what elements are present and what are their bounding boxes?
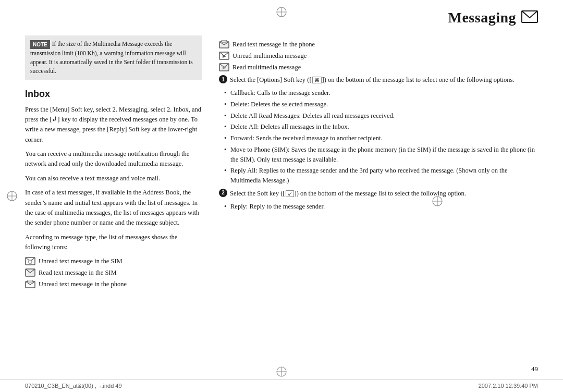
bullet-item: Delete All: Deletes all messages in the … bbox=[224, 122, 538, 132]
inbox-para-5: According to message type, the list of m… bbox=[25, 232, 202, 253]
svg-rect-10 bbox=[222, 40, 227, 42]
svg-rect-8 bbox=[28, 280, 33, 282]
list-item-text: Read text message in the phone bbox=[232, 40, 315, 50]
compass-left-icon bbox=[6, 190, 18, 202]
mail-icon bbox=[521, 10, 538, 25]
note-text: If the size of the Multimedia Message ex… bbox=[30, 41, 193, 74]
option1-item: 1 Select the [Options] Soft key ([⌘]) on… bbox=[219, 75, 538, 85]
footer-left: 070210_C3B_EN_at&t(00) , ¬.indd 49 bbox=[25, 383, 122, 389]
right-column: Read text message in the phone Unread mu… bbox=[219, 33, 538, 291]
bullet-item: Reply: Reply to the message sender. bbox=[224, 202, 538, 212]
bullet-list-1: Callback: Calls to the message sender. D… bbox=[224, 88, 538, 186]
list-item-text: Unread text message in the SIM bbox=[39, 256, 123, 266]
compass-top-icon bbox=[276, 6, 287, 18]
list-item: Read text message in the phone bbox=[219, 40, 538, 50]
inbox-para-1: Press the [Menu] Soft key, select 2. Mes… bbox=[25, 105, 202, 145]
svg-rect-5 bbox=[29, 260, 32, 263]
bullet-item: Move to Phone (SIM): Saves the message i… bbox=[224, 145, 538, 165]
page-number: 49 bbox=[531, 365, 538, 373]
read-multimedia-icon bbox=[219, 63, 229, 71]
note-label: NOTE bbox=[30, 40, 50, 49]
main-content: NOTEIf the size of the Multimedia Messag… bbox=[0, 33, 563, 291]
bullet-item: Delete: Deletes the selected message. bbox=[224, 100, 538, 109]
inbox-para-3: You can also receive a text message and … bbox=[25, 174, 202, 183]
bullet-list-2: Reply: Reply to the message sender. bbox=[224, 202, 538, 212]
list-item: Unread multimedia message bbox=[219, 51, 538, 61]
unread-phone-icon bbox=[25, 280, 35, 288]
option2-item: 2 Select the Soft key ([↙]) on the botto… bbox=[219, 189, 538, 199]
list-item-text: Unread text message in the phone bbox=[39, 279, 127, 289]
list-item-text: Read multimedia message bbox=[232, 63, 301, 72]
icon-list-left: Unread text message in the SIM Read text… bbox=[25, 256, 202, 289]
page: Messaging NOTEIf the size of the Multime… bbox=[0, 0, 563, 392]
compass-bottom-icon bbox=[276, 366, 287, 377]
icon-list-right: Read text message in the phone Unread mu… bbox=[219, 40, 538, 72]
inbox-para-4: In case of a text messages, if available… bbox=[25, 188, 202, 228]
inbox-heading: Inbox bbox=[25, 89, 202, 100]
option1-text: Select the [Options] Soft key ([⌘]) on t… bbox=[230, 75, 538, 85]
compass-right-icon bbox=[432, 195, 443, 209]
unread-multimedia-icon bbox=[219, 52, 229, 60]
bullet-item: Delete All Read Messages: Deletes all re… bbox=[224, 111, 538, 121]
option2-number: 2 bbox=[219, 189, 227, 197]
list-item: Unread text message in the SIM bbox=[25, 256, 202, 266]
list-item-text: Unread multimedia message bbox=[232, 51, 307, 61]
note-box: NOTEIf the size of the Multimedia Messag… bbox=[25, 35, 202, 80]
page-title: Messaging bbox=[448, 9, 517, 26]
read-phone-icon bbox=[219, 40, 229, 48]
option1-number: 1 bbox=[219, 75, 227, 83]
footer: 070210_C3B_EN_at&t(00) , ¬.indd 49 2007.… bbox=[0, 379, 563, 392]
footer-right: 2007.2.10 12:39:40 PM bbox=[479, 383, 538, 389]
unread-sim-icon bbox=[25, 257, 35, 265]
read-sim-icon bbox=[25, 268, 35, 277]
list-item-text: Read text message in the SIM bbox=[39, 268, 117, 278]
bullet-item: Callback: Calls to the message sender. bbox=[224, 88, 538, 98]
left-column: NOTEIf the size of the Multimedia Messag… bbox=[25, 33, 202, 291]
bullet-item: Forward: Sends the received message to a… bbox=[224, 133, 538, 143]
list-item: Read text message in the SIM bbox=[25, 268, 202, 278]
list-item: Read multimedia message bbox=[219, 63, 538, 72]
bullet-item: Reply All: Replies to the message sender… bbox=[224, 166, 538, 186]
list-item: Unread text message in the phone bbox=[25, 279, 202, 289]
option2-text: Select the Soft key ([↙]) on the bottom … bbox=[230, 189, 538, 199]
inbox-para-2: You can receive a multimedia message not… bbox=[25, 149, 202, 169]
